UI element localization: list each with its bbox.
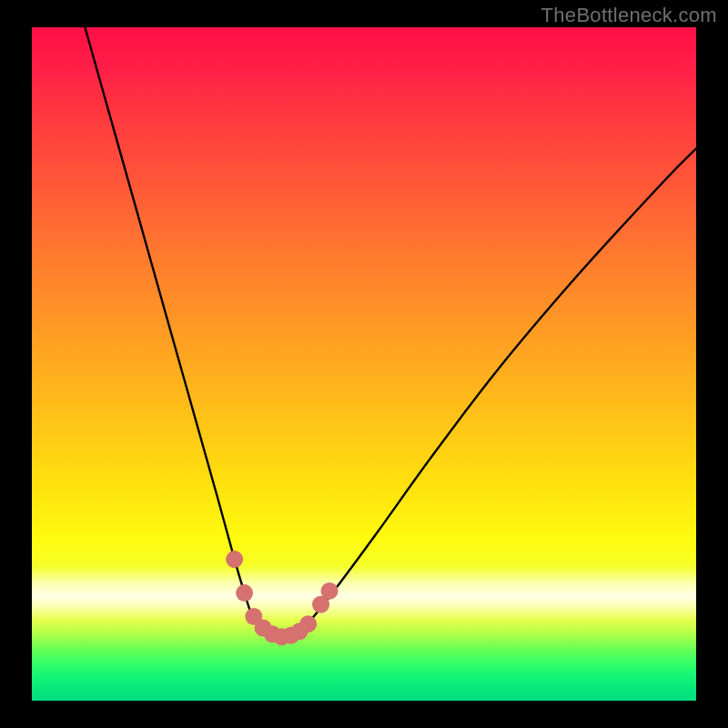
highlight-dot bbox=[321, 582, 339, 600]
highlight-dot bbox=[236, 584, 253, 602]
highlight-markers bbox=[226, 551, 338, 645]
highlight-dot bbox=[299, 615, 317, 632]
curve-overlay bbox=[32, 27, 696, 701]
bottleneck-curve bbox=[85, 27, 696, 637]
chart-frame: TheBottleneck.com bbox=[0, 0, 728, 728]
watermark-text: TheBottleneck.com bbox=[541, 4, 717, 27]
highlight-dot bbox=[226, 551, 243, 568]
plot-area bbox=[32, 27, 696, 701]
